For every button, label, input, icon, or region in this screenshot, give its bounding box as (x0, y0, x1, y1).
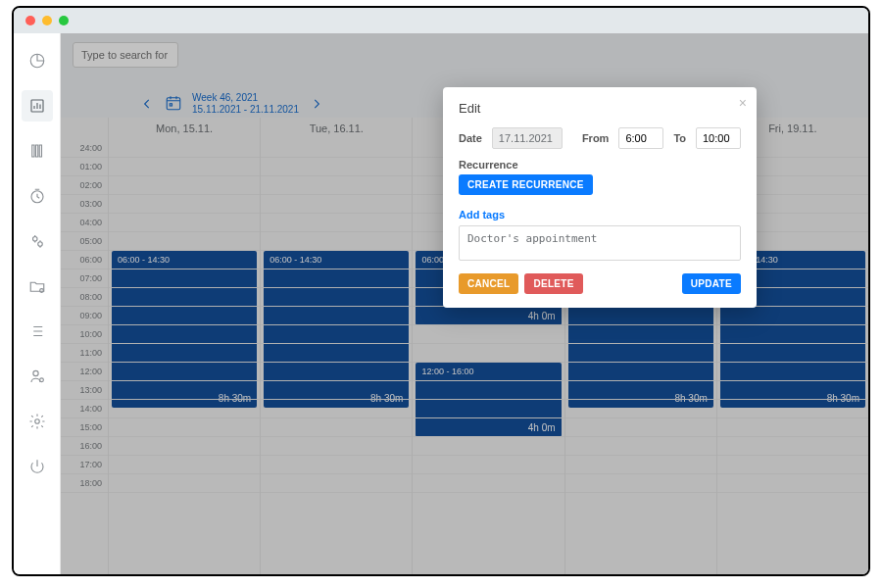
app-chrome: Week 46, 2021 15.11.2021 - 21.11.2021 Mo… (14, 33, 868, 574)
notes-textarea[interactable] (459, 225, 741, 261)
date-row: Date 17.11.2021 From To (459, 127, 741, 149)
folder-settings-icon[interactable] (22, 270, 53, 302)
delete-button[interactable]: DELETE (524, 273, 582, 294)
main-area: Week 46, 2021 15.11.2021 - 21.11.2021 Mo… (61, 33, 868, 574)
from-field[interactable] (618, 127, 663, 149)
power-icon[interactable] (22, 451, 53, 482)
app-window: Week 46, 2021 15.11.2021 - 21.11.2021 Mo… (12, 6, 870, 576)
svg-point-5 (39, 289, 43, 293)
edit-event-modal: × Edit Date 17.11.2021 From To Recurrenc… (443, 87, 757, 308)
modal-actions: CANCEL DELETE UPDATE (459, 273, 741, 294)
user-settings-icon[interactable] (22, 361, 53, 392)
svg-point-3 (32, 237, 37, 242)
create-recurrence-button[interactable]: CREATE RECURRENCE (459, 174, 593, 195)
window-zoom-dot[interactable] (59, 16, 69, 25)
dashboard-icon[interactable] (22, 45, 53, 76)
sidebar (14, 33, 61, 574)
cancel-button[interactable]: CANCEL (459, 273, 518, 294)
window-titlebar (14, 8, 868, 33)
reports-icon[interactable] (22, 90, 53, 122)
add-tags-link[interactable]: Add tags (459, 209, 741, 220)
to-label: To (673, 132, 686, 144)
to-field[interactable] (696, 127, 741, 149)
window-minimize-dot[interactable] (42, 16, 52, 25)
svg-point-7 (39, 378, 43, 382)
list-icon[interactable] (22, 316, 53, 347)
settings-icon[interactable] (22, 406, 53, 437)
date-field[interactable]: 17.11.2021 (492, 127, 563, 149)
from-label: From (582, 132, 610, 144)
automations-icon[interactable] (22, 225, 53, 257)
timer-icon[interactable] (22, 180, 53, 212)
modal-title: Edit (459, 101, 741, 116)
close-icon[interactable]: × (739, 95, 747, 111)
update-button[interactable]: UPDATE (682, 273, 741, 294)
recurrence-label: Recurrence (459, 159, 741, 171)
date-label: Date (459, 132, 482, 144)
library-icon[interactable] (22, 135, 53, 167)
svg-point-8 (34, 419, 39, 424)
window-close-dot[interactable] (25, 16, 35, 25)
svg-point-4 (37, 242, 42, 247)
svg-point-6 (32, 370, 37, 375)
